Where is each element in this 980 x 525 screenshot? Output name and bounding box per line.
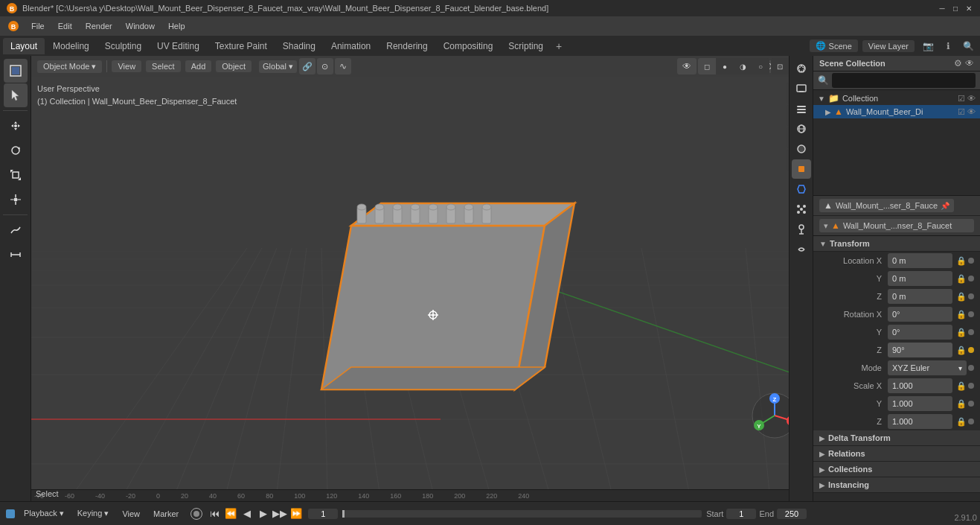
location-y-value[interactable]: 0 m (888, 271, 952, 286)
output-props-icon[interactable] (792, 79, 811, 98)
mesh-checkbox-icon[interactable]: ☑ (958, 107, 965, 117)
maximize-button[interactable]: □ (950, 3, 961, 13)
world-props-icon[interactable] (792, 139, 811, 159)
render-icon[interactable]: 📷 (919, 37, 937, 55)
location-y-lock-icon[interactable]: 🔒 (956, 274, 967, 284)
scale-y-value[interactable]: 1.000 (888, 396, 952, 411)
menu-edit[interactable]: Edit (52, 20, 78, 32)
object-mode-selector[interactable]: Object Mode (37, 60, 102, 73)
view-tl-menu[interactable]: View (118, 508, 144, 520)
view-layer-selector[interactable]: View Layer (862, 40, 915, 52)
menu-window[interactable]: Window (120, 20, 161, 32)
next-frame-button[interactable]: ▶▶ (272, 506, 287, 521)
view-layer-props-icon[interactable] (792, 99, 811, 118)
tab-scripting[interactable]: Scripting (501, 38, 551, 54)
solid-shading-button[interactable]: ● (716, 58, 734, 74)
particles-props-icon[interactable] (792, 200, 811, 219)
mesh-item[interactable]: ▶ ▲ Wall_Mount_Beer_Di ☑ 👁 (813, 105, 980, 118)
shading-toggle-button[interactable]: 👁 (677, 58, 696, 74)
play-button[interactable]: ▶ (256, 506, 271, 521)
annotate-tool-button[interactable] (4, 218, 28, 242)
global-selector[interactable]: Global ▾ (259, 60, 297, 73)
delta-transform-header[interactable]: ▶ Delta Transform (813, 430, 980, 446)
info-icon[interactable]: ℹ (939, 37, 957, 55)
object-props-icon[interactable] (792, 159, 811, 179)
tab-layout[interactable]: Layout (3, 38, 45, 54)
mesh-data-selector[interactable]: ▲ Wall_Mount_...ser_8_Fauce 📌 (819, 199, 954, 212)
rotation-z-value[interactable]: 90° (888, 343, 952, 357)
instancing-header[interactable]: ▶ Instancing (813, 477, 980, 493)
scale-x-lock-icon[interactable]: 🔒 (956, 381, 967, 391)
rotation-y-lock-icon[interactable]: 🔒 (956, 328, 967, 337)
modifier-props-icon[interactable] (792, 179, 811, 199)
snap-icon[interactable]: 🔗 (299, 58, 316, 74)
rotation-x-value[interactable]: 0° (888, 307, 952, 322)
record-button[interactable] (190, 508, 202, 520)
tab-compositing[interactable]: Compositing (436, 38, 501, 54)
location-x-value[interactable]: 0 m (888, 253, 952, 268)
constraint-props-icon[interactable] (792, 240, 811, 259)
tab-texture-paint[interactable]: Texture Paint (208, 38, 275, 54)
current-frame-input[interactable]: 1 (308, 509, 338, 519)
start-frame-input[interactable] (726, 509, 756, 519)
transform-section-header[interactable]: ▼ Transform (813, 236, 980, 252)
tab-animation[interactable]: Animation (324, 38, 378, 54)
active-object-selector[interactable]: ▾ ▲ Wall_Mount_...nser_8_Faucet (819, 219, 974, 232)
playback-menu[interactable]: Playback (19, 507, 68, 520)
close-button[interactable]: ✕ (964, 3, 974, 13)
location-x-lock-icon[interactable]: 🔒 (956, 256, 967, 266)
search-header-icon[interactable]: 🔍 (959, 37, 977, 55)
location-z-lock-icon[interactable]: 🔒 (956, 292, 967, 302)
render-shading-button[interactable]: ○ (752, 58, 769, 74)
scale-z-lock-icon[interactable]: 🔒 (956, 417, 967, 427)
end-frame-input[interactable] (777, 509, 807, 519)
scale-x-value[interactable]: 1.000 (888, 378, 952, 393)
collection-checkbox-icon[interactable]: ☑ (958, 94, 965, 104)
tab-shading[interactable]: Shading (275, 38, 323, 54)
move-tool-button[interactable] (4, 114, 28, 138)
timeline-scrubber[interactable] (342, 510, 702, 518)
measure-tool-button[interactable] (4, 243, 28, 267)
scale-tool-button[interactable] (4, 163, 28, 187)
mode-icon-area[interactable] (4, 59, 28, 83)
rotation-y-value[interactable]: 0° (888, 325, 952, 340)
add-menu[interactable]: Add (185, 60, 212, 72)
skip-to-start-button[interactable]: ⏮ (207, 506, 222, 521)
rotation-mode-value[interactable]: XYZ Euler ▾ (888, 360, 967, 375)
tab-rendering[interactable]: Rendering (379, 38, 435, 54)
material-shading-button[interactable]: ◑ (734, 58, 752, 74)
relations-header[interactable]: ▶ Relations (813, 446, 980, 462)
add-workspace-button[interactable]: + (551, 39, 566, 54)
physics-props-icon[interactable] (792, 220, 811, 239)
outliner-search-input[interactable] (832, 73, 976, 88)
prev-keyframe-button[interactable]: ⏪ (223, 506, 238, 521)
menu-help[interactable]: Help (162, 20, 191, 32)
proportional-icon[interactable]: ⊙ (317, 58, 333, 74)
minimize-button[interactable]: ─ (937, 3, 947, 13)
collection-eye-icon[interactable]: 👁 (967, 94, 976, 104)
collection-item[interactable]: ▼ 📁 Collection ☑ 👁 (813, 92, 980, 105)
scale-z-value[interactable]: 1.000 (888, 414, 952, 429)
outliner-visibility-icon[interactable]: 👁 (965, 58, 974, 69)
overlay-button[interactable]: ⊡ (771, 58, 789, 74)
transform-tool-button[interactable] (4, 188, 28, 211)
viewport-3d[interactable]: Object Mode View Select Add Object Globa… (31, 56, 813, 501)
view-menu[interactable]: View (112, 60, 141, 72)
menu-render[interactable]: Render (80, 20, 118, 32)
outliner-filter-icon[interactable]: ⚙ (954, 58, 962, 69)
rotation-x-lock-icon[interactable]: 🔒 (956, 310, 967, 319)
mesh-eye-icon[interactable]: 👁 (967, 107, 976, 117)
select-tool-button[interactable] (4, 83, 28, 107)
rotate-tool-button[interactable] (4, 139, 28, 162)
falloff-icon[interactable]: ∿ (335, 58, 351, 74)
collections-header[interactable]: ▶ Collections (813, 462, 980, 477)
blender-menu-logo[interactable]: B (3, 19, 24, 34)
wireframe-shading-button[interactable]: ◻ (698, 58, 716, 74)
titlebar-controls[interactable]: ─ □ ✕ (937, 3, 974, 13)
render-props-icon[interactable] (792, 59, 811, 78)
select-menu[interactable]: Select (146, 60, 181, 72)
tab-sculpting[interactable]: Sculpting (97, 38, 149, 54)
marker-menu[interactable]: Marker (149, 508, 183, 520)
object-menu[interactable]: Object (216, 60, 252, 72)
prev-frame-button[interactable]: ◀ (240, 506, 254, 521)
